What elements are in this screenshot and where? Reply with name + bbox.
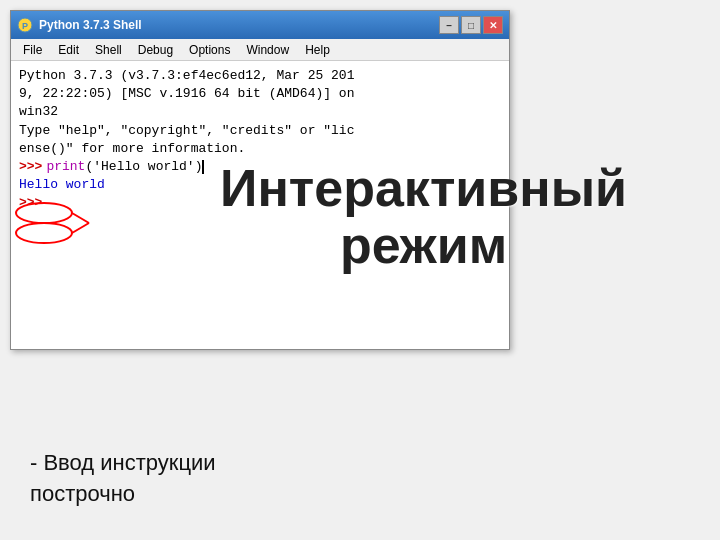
menu-shell[interactable]: Shell: [87, 41, 130, 59]
red-arrow-annotation: [14, 198, 94, 248]
menu-debug[interactable]: Debug: [130, 41, 181, 59]
bullet-line1: - Ввод инструкции: [30, 448, 216, 479]
menu-file[interactable]: File: [15, 41, 50, 59]
menu-edit[interactable]: Edit: [50, 41, 87, 59]
menu-help[interactable]: Help: [297, 41, 338, 59]
close-button[interactable]: ✕: [483, 16, 503, 34]
shell-line-4: Type "help", "copyright", "credits" or "…: [19, 122, 501, 140]
python-icon: P: [17, 17, 33, 33]
maximize-button[interactable]: □: [461, 16, 481, 34]
svg-text:P: P: [22, 21, 28, 31]
svg-point-3: [16, 223, 72, 243]
bottom-annotation: - Ввод инструкции построчно: [30, 448, 216, 510]
svg-line-4: [72, 213, 89, 223]
shell-line-3: win32: [19, 103, 501, 121]
shell-line-1: Python 3.7.3 (v3.7.3:ef4ec6ed12, Mar 25 …: [19, 67, 501, 85]
shell-line-5: ense()" for more information.: [19, 140, 501, 158]
bullet-line2: построчно: [30, 479, 216, 510]
menu-window[interactable]: Window: [238, 41, 297, 59]
svg-point-2: [16, 203, 72, 223]
shell-line-2: 9, 22:22:05) [MSC v.1916 64 bit (AMD64)]…: [19, 85, 501, 103]
shell-prompt-line-1: >>> print('Hello world'): [19, 158, 501, 176]
menu-options[interactable]: Options: [181, 41, 238, 59]
window-title: Python 3.7.3 Shell: [39, 18, 439, 32]
command-text: print('Hello world'): [46, 158, 204, 176]
python-shell-window: P Python 3.7.3 Shell – □ ✕ File Edit She…: [10, 10, 510, 350]
prompt-1: >>>: [19, 158, 42, 176]
shell-output: Hello world: [19, 176, 501, 194]
minimize-button[interactable]: –: [439, 16, 459, 34]
title-bar: P Python 3.7.3 Shell – □ ✕: [11, 11, 509, 39]
svg-line-5: [72, 223, 89, 233]
window-controls: – □ ✕: [439, 16, 503, 34]
menu-bar: File Edit Shell Debug Options Window Hel…: [11, 39, 509, 61]
